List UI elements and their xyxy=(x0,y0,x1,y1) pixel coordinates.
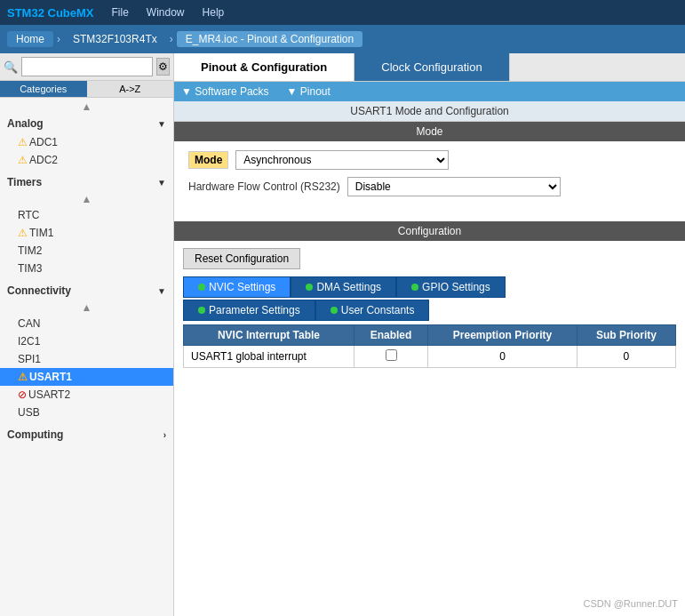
sidebar-item-usart1[interactable]: ⚠USART1 xyxy=(0,368,173,386)
mode-body: Mode Asynchronous Hardware Flow Control … xyxy=(174,141,685,212)
group-analog-header[interactable]: Analog ▼ xyxy=(0,114,173,133)
sidebar-item-tim2[interactable]: TIM2 xyxy=(0,242,173,260)
config-section: Configuration Reset Configuration NVIC S… xyxy=(174,212,685,375)
group-connectivity-arrow: ▼ xyxy=(157,286,166,296)
sw-bar: ▼ Software Packs ▼ Pinout xyxy=(174,82,685,101)
breadcrumb-device[interactable]: STM32F103R4Tx xyxy=(64,31,166,47)
dot-dma xyxy=(306,284,313,291)
tab-param-label: Parameter Settings xyxy=(209,304,300,316)
mode-row: Mode Asynchronous xyxy=(188,150,671,170)
tab-clock[interactable]: Clock Configuration xyxy=(354,53,509,81)
dot-user xyxy=(331,307,338,314)
tab-gpio-settings[interactable]: GPIO Settings xyxy=(396,276,506,298)
dot-gpio xyxy=(411,284,418,291)
tab-dma-label: DMA Settings xyxy=(316,281,381,293)
hw-flow-select[interactable]: Disable xyxy=(347,177,561,196)
tab-pinout[interactable]: Pinout & Configuration xyxy=(174,53,354,81)
sidebar-item-can[interactable]: CAN xyxy=(0,315,173,332)
sw-packs-button[interactable]: ▼ Software Packs xyxy=(181,85,269,98)
scroll-up-analog[interactable]: ▲ xyxy=(0,100,173,114)
group-timers-header[interactable]: Timers ▼ xyxy=(0,172,173,192)
pinout-button[interactable]: ▼ Pinout xyxy=(287,85,331,98)
breadcrumb: Home › STM32F103R4Tx › E_MR4.ioc - Pinou… xyxy=(0,25,685,53)
nav-help[interactable]: Help xyxy=(203,6,225,19)
group-computing-header[interactable]: Computing › xyxy=(0,425,173,444)
search-input[interactable] xyxy=(21,57,153,76)
mode-select[interactable]: Asynchronous xyxy=(235,150,449,170)
nvic-row-name: USART1 global interrupt xyxy=(184,346,354,368)
config-tab-row-2: Parameter Settings User Constants xyxy=(183,300,676,321)
top-nav: File Window Help xyxy=(112,6,225,19)
config-tab-row-1: NVIC Settings DMA Settings GPIO Settings xyxy=(183,276,676,298)
warn-icon-adc2: ⚠ xyxy=(18,154,28,166)
nvic-col-sub: Sub Priority xyxy=(577,325,675,346)
tab-user-constants[interactable]: User Constants xyxy=(315,300,430,321)
warn-icon-usart1: ⚠ xyxy=(18,371,28,383)
reset-config-button[interactable]: Reset Configuration xyxy=(183,248,300,269)
group-connectivity-label: Connectivity xyxy=(7,284,71,297)
sidebar-header: 🔍 ⚙ xyxy=(0,53,173,81)
top-bar: STM32 CubeMX File Window Help xyxy=(0,0,685,25)
gear-button[interactable]: ⚙ xyxy=(156,58,170,76)
sidebar-item-usb[interactable]: USB xyxy=(0,404,173,421)
tab-user-label: User Constants xyxy=(341,304,415,316)
sidebar-item-adc2[interactable]: ⚠ADC2 xyxy=(0,151,173,169)
hw-flow-row: Hardware Flow Control (RS232) Disable xyxy=(188,177,671,196)
breadcrumb-current[interactable]: E_MR4.ioc - Pinout & Configuration xyxy=(177,31,362,47)
warn-icon-adc1: ⚠ xyxy=(18,136,28,148)
sidebar-item-spi1[interactable]: SPI1 xyxy=(0,350,173,368)
config-title: Configuration xyxy=(174,221,685,241)
breadcrumb-sep2: › xyxy=(170,33,173,45)
nvic-enabled-checkbox[interactable] xyxy=(386,349,397,361)
sidebar: 🔍 ⚙ Categories A->Z ▲ Analog ▼ ⚠ADC1 ⚠AD… xyxy=(0,53,174,616)
group-computing-arrow: › xyxy=(163,430,166,440)
warn-icon-tim1: ⚠ xyxy=(18,227,28,239)
config-body: Reset Configuration NVIC Settings DMA Se… xyxy=(174,241,685,375)
group-timers-arrow: ▼ xyxy=(157,178,166,188)
nav-window[interactable]: Window xyxy=(147,6,185,19)
group-analog: ▲ Analog ▼ ⚠ADC1 ⚠ADC2 xyxy=(0,98,173,171)
sidebar-item-rtc[interactable]: RTC xyxy=(0,206,173,224)
group-computing-label: Computing xyxy=(7,428,63,441)
group-computing: Computing › xyxy=(0,423,173,446)
tab-az[interactable]: A->Z xyxy=(87,81,174,97)
nvic-row-sub: 0 xyxy=(577,346,675,368)
mode-section: Mode Mode Asynchronous Hardware Flow Con… xyxy=(174,122,685,212)
sidebar-item-tim3[interactable]: TIM3 xyxy=(0,260,173,277)
mode-title: Mode xyxy=(174,122,685,141)
sidebar-item-adc1[interactable]: ⚠ADC1 xyxy=(0,133,173,151)
breadcrumb-sep1: › xyxy=(57,33,60,45)
tab-nvic-settings[interactable]: NVIC Settings xyxy=(183,276,291,298)
mode-label: Mode xyxy=(188,151,228,169)
group-analog-label: Analog xyxy=(7,117,44,130)
tab-bar: Pinout & Configuration Clock Configurati… xyxy=(174,53,685,82)
group-analog-arrow: ▼ xyxy=(157,119,166,129)
nvic-row-enabled[interactable] xyxy=(354,346,427,368)
sidebar-item-tim1[interactable]: ⚠TIM1 xyxy=(0,224,173,242)
tab-gpio-label: GPIO Settings xyxy=(422,281,490,293)
watermark: CSDN @Runner.DUT xyxy=(583,598,678,609)
main-content: Pinout & Configuration Clock Configurati… xyxy=(174,53,685,616)
group-timers: Timers ▼ ▲ RTC ⚠TIM1 TIM2 TIM3 xyxy=(0,171,173,279)
group-timers-label: Timers xyxy=(7,176,42,188)
tab-param-settings[interactable]: Parameter Settings xyxy=(183,300,315,321)
nvic-row-preemption: 0 xyxy=(428,346,577,368)
sidebar-tabs: Categories A->Z xyxy=(0,81,173,98)
tab-nvic-label: NVIC Settings xyxy=(209,281,275,293)
sidebar-item-usart2[interactable]: ⊘USART2 xyxy=(0,386,173,404)
nav-file[interactable]: File xyxy=(112,6,129,19)
nvic-col-preemption: Preemption Priority xyxy=(428,325,577,346)
group-connectivity: Connectivity ▼ ▲ CAN I2C1 SPI1 ⚠USART1 ⊘… xyxy=(0,279,173,423)
group-connectivity-header[interactable]: Connectivity ▼ xyxy=(0,281,173,300)
hw-flow-label: Hardware Flow Control (RS232) xyxy=(188,180,340,193)
breadcrumb-home[interactable]: Home xyxy=(7,31,53,47)
dot-param xyxy=(198,307,205,314)
scroll-up-connectivity[interactable]: ▲ xyxy=(0,300,173,315)
nvic-col-name: NVIC Interrupt Table xyxy=(184,325,354,346)
dot-nvic xyxy=(198,284,205,291)
nvic-table: NVIC Interrupt Table Enabled Preemption … xyxy=(183,324,676,368)
tab-dma-settings[interactable]: DMA Settings xyxy=(291,276,396,298)
scroll-up-timers[interactable]: ▲ xyxy=(0,192,173,206)
tab-categories[interactable]: Categories xyxy=(0,81,87,97)
sidebar-item-i2c1[interactable]: I2C1 xyxy=(0,332,173,350)
